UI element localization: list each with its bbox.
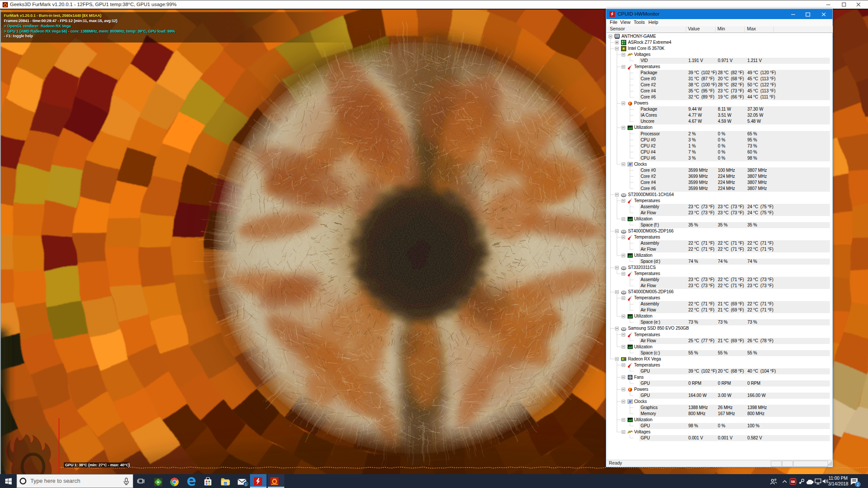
svg-text:SB: SB <box>791 480 795 483</box>
svg-text:1: 1 <box>245 482 247 486</box>
svg-text:2: 2 <box>857 482 859 487</box>
